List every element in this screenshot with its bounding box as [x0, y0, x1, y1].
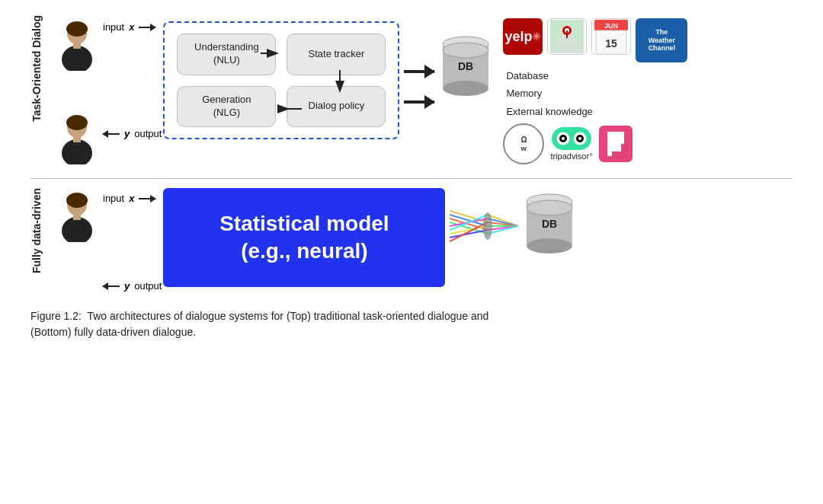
bottom-section-layout: Fully data-driven input x output y — [30, 188, 793, 292]
svg-point-5 — [66, 115, 88, 130]
stat-model-text: Statistical model (e.g., neural) — [219, 210, 389, 266]
maps-icon — [547, 18, 587, 55]
svg-point-31 — [568, 131, 575, 137]
svg-point-6 — [62, 139, 92, 164]
nlu-box: Understanding(NLU) — [177, 33, 276, 75]
tripadvisor-label: tripadvisor° — [550, 152, 592, 161]
db-col-bottom: DB — [523, 188, 576, 257]
services-col: yelp✳ — [503, 18, 687, 164]
wikipedia-icon: ΩW — [503, 123, 544, 164]
calendar-icon: JUN 15 — [591, 18, 631, 55]
db-cylinder-top: DB — [439, 30, 492, 99]
yelp-icon: yelp✳ — [503, 18, 543, 55]
avatar-bottom-top — [56, 193, 98, 242]
weather-channel-icon: The Weather Channel — [636, 18, 687, 62]
svg-point-13 — [443, 81, 488, 96]
input-arrow — [139, 27, 155, 28]
output-row-bottom: output y — [103, 280, 162, 292]
db-text-database: Database — [506, 67, 687, 85]
input-label: input — [103, 21, 124, 33]
svg-point-2 — [62, 46, 92, 71]
svg-text:15: 15 — [606, 37, 618, 49]
bottom-arrow-to-db — [404, 100, 434, 104]
avatar-column — [56, 21, 98, 164]
output-var-bottom: y — [124, 280, 130, 292]
caption-text: Figure 1.2: Two architectures of dialogu… — [30, 310, 488, 338]
tripadvisor-icon — [552, 127, 591, 150]
nlg-box: Generation(NLG) — [177, 86, 276, 128]
svg-rect-32 — [612, 141, 624, 144]
svg-text:DB: DB — [542, 218, 557, 230]
input-var: x — [129, 21, 134, 33]
main-container: Task-Oriented Dialog i — [0, 0, 823, 504]
output-label-bottom: output — [134, 280, 162, 292]
svg-point-35 — [62, 217, 92, 242]
input-arrow-bottom — [139, 198, 155, 199]
db-text-external: External knowledge — [506, 103, 687, 120]
svg-rect-3 — [73, 41, 81, 49]
db-cylinder-bottom: DB — [523, 188, 576, 257]
io-labels-col: input x output y — [103, 21, 162, 139]
svg-point-52 — [483, 212, 492, 240]
input-var-bottom: x — [129, 193, 134, 204]
io-labels-col-bottom: input x output y — [103, 193, 162, 292]
bottom-side-label: Fully data-driven — [30, 188, 46, 273]
top-side-label: Task-Oriented Dialog — [30, 15, 46, 122]
services-top-row: yelp✳ — [503, 18, 687, 62]
input-label-bottom: input — [103, 193, 124, 204]
svg-point-14 — [443, 43, 488, 58]
tripadvisor-area: tripadvisor° — [550, 127, 592, 161]
avatar-bottom — [56, 115, 98, 164]
svg-text:DB: DB — [458, 60, 473, 72]
svg-point-55 — [527, 238, 572, 254]
db-text-memory: Memory — [506, 85, 687, 102]
dashed-box-container: Understanding(NLU) State tracker Generat… — [163, 21, 399, 139]
top-section-layout: Task-Oriented Dialog i — [30, 15, 793, 164]
section-divider — [30, 178, 793, 179]
stat-model-box: Statistical model (e.g., neural) — [163, 188, 445, 287]
top-arrow-to-db — [404, 70, 434, 73]
svg-point-1 — [66, 21, 88, 37]
pipeline-dashed-box: Understanding(NLU) State tracker Generat… — [163, 21, 399, 139]
svg-rect-36 — [73, 212, 81, 220]
avatar-top — [56, 21, 98, 71]
foursquare-icon — [599, 126, 632, 162]
svg-rect-7 — [73, 135, 81, 142]
figure-caption: Figure 1.2: Two architectures of dialogu… — [30, 308, 793, 340]
avatar-column-bottom — [56, 193, 98, 242]
svg-point-56 — [527, 200, 572, 215]
input-row: input x — [103, 21, 162, 33]
box-to-db-arrows — [404, 21, 434, 152]
neural-cables-svg — [450, 188, 518, 264]
output-arrow-bottom — [103, 285, 120, 287]
output-row: output y — [103, 128, 162, 139]
dialog-policy-box: Dialog policy — [287, 86, 386, 128]
svg-point-34 — [66, 193, 88, 208]
output-label: output — [134, 128, 162, 139]
svg-point-30 — [578, 137, 581, 140]
db-text-col: Database Memory External knowledge — [506, 67, 687, 120]
db-col-top: DB — [439, 30, 492, 99]
state-tracker-box: State tracker — [287, 33, 386, 75]
output-var: y — [124, 128, 130, 139]
output-arrow — [103, 133, 120, 135]
input-row-bottom: input x — [103, 193, 162, 204]
svg-point-29 — [562, 137, 565, 140]
svg-text:JUN: JUN — [604, 22, 618, 30]
services-bottom-row: ΩW tripadv — [503, 123, 687, 164]
neural-cables-container — [450, 188, 518, 264]
